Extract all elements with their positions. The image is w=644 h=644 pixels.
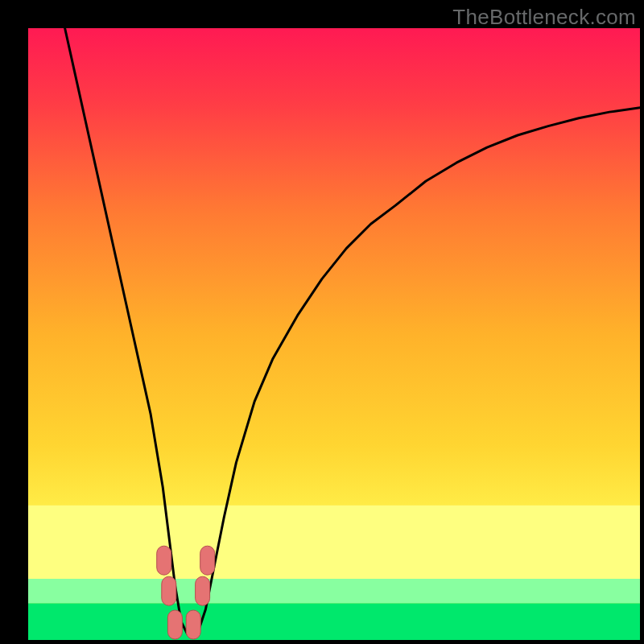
chart-frame: TheBottleneck.com [0,0,644,644]
curve-marker [186,610,200,639]
svg-rect-0 [28,506,640,579]
svg-rect-1 [28,579,640,603]
bottom-bands [28,506,640,640]
curve-marker [200,546,215,575]
curve-marker [196,576,210,605]
curve-marker [162,576,176,605]
svg-rect-2 [28,603,640,640]
plot-area [28,28,640,640]
watermark-text: TheBottleneck.com [452,5,636,30]
curve-marker [157,546,171,575]
curve-marker [167,610,182,639]
chart-svg [28,28,640,640]
